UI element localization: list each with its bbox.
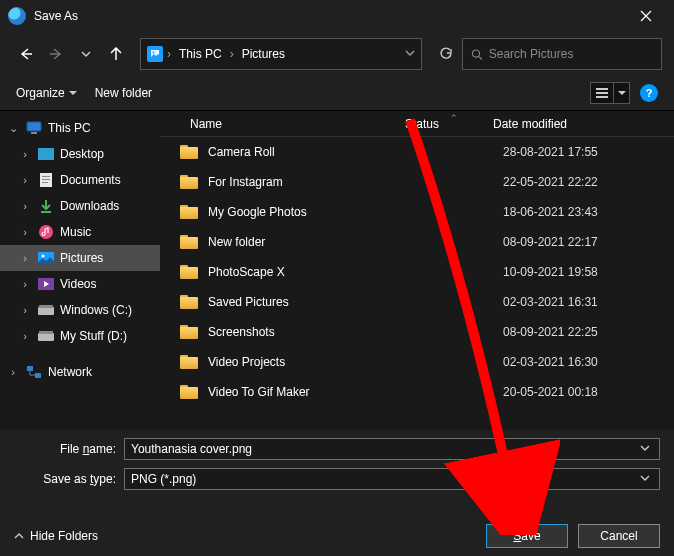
tree-pictures[interactable]: ›Pictures [0, 245, 160, 271]
save-type-field[interactable]: PNG (*.png) [124, 468, 660, 490]
save-label: ave [521, 529, 540, 543]
folder-icon [180, 175, 198, 189]
address-dropdown[interactable] [405, 47, 415, 61]
chevron-down-icon [640, 443, 650, 453]
drive-icon [38, 302, 54, 318]
tree-videos[interactable]: ›Videos [0, 271, 160, 297]
app-icon [8, 7, 26, 25]
tree-downloads[interactable]: ›Downloads [0, 193, 160, 219]
new-folder-button[interactable]: New folder [95, 86, 152, 100]
file-row[interactable]: Screenshots08-09-2021 22:25 [160, 317, 674, 347]
tree-desktop[interactable]: ›Desktop [0, 141, 160, 167]
svg-rect-10 [42, 176, 50, 177]
arrow-up-icon [109, 47, 123, 61]
column-status[interactable]: Status [405, 117, 485, 131]
file-name: Video To Gif Maker [208, 385, 423, 399]
file-name-field[interactable] [124, 438, 660, 460]
cancel-button[interactable]: Cancel [578, 524, 660, 548]
file-name: Saved Pictures [208, 295, 423, 309]
search-icon [471, 48, 483, 61]
chevron-right-icon: › [18, 226, 32, 238]
tree-label: Videos [60, 277, 96, 291]
svg-rect-11 [42, 179, 50, 180]
chevron-right-icon: › [18, 278, 32, 290]
tree-this-pc[interactable]: ⌄This PC [0, 115, 160, 141]
file-row[interactable]: Video To Gif Maker20-05-2021 00:18 [160, 377, 674, 407]
downloads-icon [38, 198, 54, 214]
file-list: ⌃ Name Status Date modified Camera Roll2… [160, 111, 674, 430]
hide-folders-label: Hide Folders [30, 529, 98, 543]
list-view-icon [596, 88, 608, 98]
file-row[interactable]: Video Projects02-03-2021 16:30 [160, 347, 674, 377]
svg-rect-21 [39, 331, 53, 334]
recent-dropdown[interactable] [72, 40, 100, 68]
folder-icon [180, 145, 198, 159]
back-button[interactable] [12, 40, 40, 68]
tree-label: This PC [48, 121, 91, 135]
drive-icon [38, 328, 54, 344]
chevron-right-icon: › [18, 304, 32, 316]
column-headers: Name Status Date modified [160, 111, 674, 137]
breadcrumb-root[interactable]: This PC [175, 45, 226, 63]
pictures-location-icon [147, 46, 163, 62]
organize-button[interactable]: Organize [16, 86, 77, 100]
forward-button[interactable] [42, 40, 70, 68]
folder-icon [180, 325, 198, 339]
refresh-icon [439, 47, 453, 61]
folder-icon [180, 265, 198, 279]
chevron-right-icon: › [18, 330, 32, 342]
chevron-down-icon [405, 48, 415, 58]
form-area: File name: Save as type: PNG (*.png) [0, 430, 674, 490]
column-date[interactable]: Date modified [485, 117, 674, 131]
tree-documents[interactable]: ›Documents [0, 167, 160, 193]
file-date: 08-09-2021 22:25 [503, 325, 598, 339]
chevron-right-icon: › [18, 148, 32, 160]
file-row[interactable]: My Google Photos18-06-2021 23:43 [160, 197, 674, 227]
tree-windows-c[interactable]: ›Windows (C:) [0, 297, 160, 323]
svg-point-14 [39, 225, 53, 239]
file-row[interactable]: New folder08-09-2021 22:17 [160, 227, 674, 257]
file-name: New folder [208, 235, 423, 249]
save-type-dropdown[interactable] [637, 472, 653, 486]
help-button[interactable]: ? [640, 84, 658, 102]
file-row[interactable]: Saved Pictures02-03-2021 16:31 [160, 287, 674, 317]
filename-dropdown[interactable] [637, 442, 653, 456]
view-mode-dropdown[interactable] [614, 82, 630, 104]
folder-icon [180, 235, 198, 249]
tree-my-stuff-d[interactable]: ›My Stuff (D:) [0, 323, 160, 349]
documents-icon [38, 172, 54, 188]
tree-music[interactable]: ›Music [0, 219, 160, 245]
refresh-button[interactable] [432, 40, 460, 68]
file-name-input[interactable] [131, 442, 637, 456]
file-row[interactable]: For Instagram22-05-2021 22:22 [160, 167, 674, 197]
file-row[interactable]: PhotoScape X10-09-2021 19:58 [160, 257, 674, 287]
tree-label: Network [48, 365, 92, 379]
search-box[interactable] [462, 38, 662, 70]
up-button[interactable] [102, 40, 130, 68]
svg-rect-6 [27, 122, 41, 131]
file-row[interactable]: Camera Roll28-08-2021 17:55 [160, 137, 674, 167]
file-name: My Google Photos [208, 205, 423, 219]
save-type-label: Save as type: [14, 472, 124, 486]
close-button[interactable] [626, 0, 666, 32]
save-button[interactable]: Save [486, 524, 568, 548]
folder-icon [180, 355, 198, 369]
file-date: 22-05-2021 22:22 [503, 175, 598, 189]
svg-rect-12 [42, 182, 48, 183]
file-date: 20-05-2021 00:18 [503, 385, 598, 399]
chevron-right-icon: › [18, 174, 32, 186]
file-name: Screenshots [208, 325, 423, 339]
svg-rect-7 [31, 132, 37, 134]
search-input[interactable] [489, 47, 653, 61]
chevron-right-icon: › [230, 47, 234, 61]
hide-folders-button[interactable]: Hide Folders [14, 529, 98, 543]
breadcrumb-folder[interactable]: Pictures [238, 45, 289, 63]
view-mode-button[interactable] [590, 82, 614, 104]
address-bar[interactable]: › This PC › Pictures [140, 38, 422, 70]
chevron-down-icon [81, 49, 91, 59]
monitor-icon [26, 120, 42, 136]
column-name[interactable]: Name [160, 117, 405, 131]
tree-network[interactable]: ›Network [0, 359, 160, 385]
window-title: Save As [34, 9, 626, 23]
arrow-left-icon [19, 47, 33, 61]
